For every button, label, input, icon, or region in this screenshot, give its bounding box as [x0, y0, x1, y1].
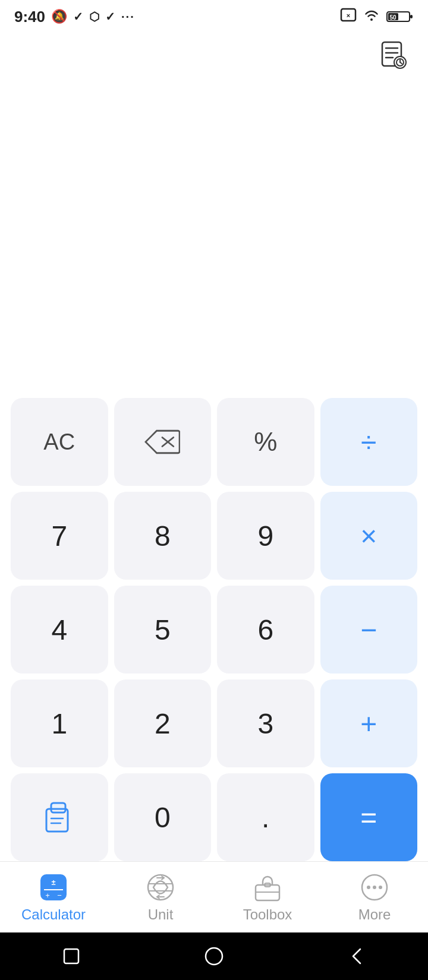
- sim-icon: ×: [340, 8, 357, 26]
- zero-button[interactable]: 0: [114, 773, 212, 861]
- check-icon: ✓: [73, 10, 83, 24]
- toolbox-nav-icon: [252, 872, 283, 903]
- bottom-nav: ± + − Calculator Unit: [0, 861, 428, 932]
- wifi-icon: [363, 8, 380, 26]
- divide-button[interactable]: ÷: [320, 398, 418, 486]
- svg-point-37: [379, 886, 382, 889]
- six-button[interactable]: 6: [217, 586, 314, 674]
- cloud-icon: ⬡: [89, 10, 99, 24]
- one-button[interactable]: 1: [11, 679, 108, 767]
- home-button[interactable]: [201, 943, 227, 969]
- nav-unit[interactable]: Unit: [107, 862, 214, 932]
- svg-text:×: ×: [347, 12, 350, 19]
- system-nav-bar: [0, 932, 428, 980]
- svg-text:−: −: [57, 891, 62, 900]
- plus-button[interactable]: +: [320, 679, 418, 767]
- battery-icon: 50: [386, 10, 414, 24]
- svg-point-35: [367, 886, 370, 889]
- nav-toolbox-label: Toolbox: [243, 906, 292, 923]
- equals-button[interactable]: =: [320, 773, 418, 861]
- back-button[interactable]: [344, 943, 370, 969]
- svg-text:+: +: [45, 891, 50, 900]
- seven-button[interactable]: 7: [11, 492, 108, 580]
- keypad-grid: AC % ÷ 7 8 9 × 4 5 6 − 1 2 3 +: [11, 398, 417, 861]
- nav-more[interactable]: More: [321, 862, 428, 932]
- two-button[interactable]: 2: [114, 679, 212, 767]
- svg-rect-18: [52, 804, 64, 808]
- status-right-icons: × 50: [340, 8, 414, 26]
- check2-icon: ✓: [105, 10, 115, 24]
- svg-point-36: [373, 886, 376, 889]
- four-button[interactable]: 4: [11, 586, 108, 674]
- status-bar: 9:40 🔕 ✓ ⬡ ✓ ··· × 50: [0, 0, 428, 33]
- svg-rect-38: [64, 949, 78, 963]
- nav-calculator-label: Calculator: [21, 906, 86, 923]
- percent-button[interactable]: %: [217, 398, 314, 486]
- svg-point-39: [206, 948, 222, 965]
- nav-toolbox[interactable]: Toolbox: [214, 862, 321, 932]
- nine-button[interactable]: 9: [217, 492, 314, 580]
- svg-rect-4: [410, 15, 413, 18]
- keypad: AC % ÷ 7 8 9 × 4 5 6 − 1 2 3 +: [0, 398, 428, 861]
- multiply-button[interactable]: ×: [320, 492, 418, 580]
- nav-unit-label: Unit: [148, 906, 174, 923]
- backspace-button[interactable]: [114, 398, 212, 486]
- minus-button[interactable]: −: [320, 586, 418, 674]
- svg-point-26: [148, 875, 173, 900]
- vibrate-icon: 🔕: [51, 9, 67, 24]
- five-button[interactable]: 5: [114, 586, 212, 674]
- calculator-nav-icon: ± + −: [38, 872, 69, 903]
- nav-calculator[interactable]: ± + − Calculator: [0, 862, 107, 932]
- recent-apps-button[interactable]: [58, 943, 84, 969]
- calculator-display: [0, 83, 428, 428]
- svg-text:50: 50: [389, 14, 396, 21]
- eight-button[interactable]: 8: [114, 492, 212, 580]
- time-display: 9:40: [14, 8, 45, 26]
- unit-nav-icon: [145, 872, 176, 903]
- paste-button[interactable]: [11, 773, 108, 861]
- more-icon: ···: [121, 10, 135, 24]
- ac-button[interactable]: AC: [11, 398, 108, 486]
- status-time: 9:40 🔕 ✓ ⬡ ✓ ···: [14, 8, 135, 26]
- history-icon-button[interactable]: [373, 36, 414, 76]
- dot-button[interactable]: .: [217, 773, 314, 861]
- more-nav-icon: [359, 872, 390, 903]
- three-button[interactable]: 3: [217, 679, 314, 767]
- svg-text:±: ±: [51, 878, 55, 887]
- nav-more-label: More: [358, 906, 391, 923]
